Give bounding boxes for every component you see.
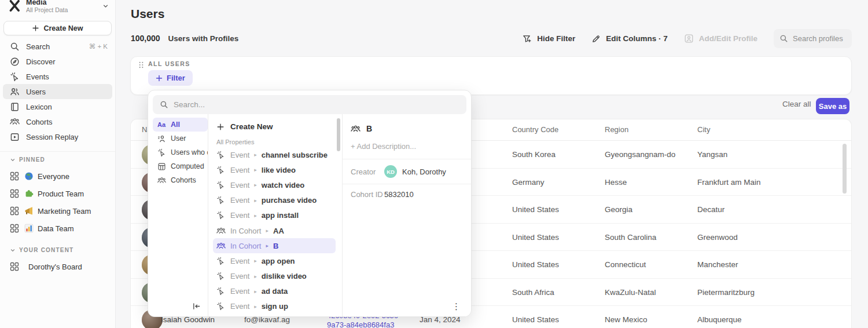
user-count: 100,000 <box>131 34 160 43</box>
sidebar-item-cohorts[interactable]: Cohorts <box>3 114 112 129</box>
sidebar-item-lexicon[interactable]: Lexicon <box>3 99 112 114</box>
cohort-icon <box>216 241 226 250</box>
add-edit-profile-button[interactable]: Add/Edit Profile <box>684 34 757 43</box>
category-all[interactable]: Aa All <box>153 118 208 132</box>
puzzle-emoji-icon <box>24 189 34 198</box>
hide-filter-label: Hide Filter <box>537 34 575 43</box>
category-user[interactable]: User <box>153 132 208 145</box>
sidebar-item-session-replay[interactable]: Session Replay <box>3 129 112 144</box>
cell-city: Decatur <box>697 205 724 214</box>
header-actions: Hide Filter Edit Columns · 7 Add/Edit Pr… <box>523 29 852 48</box>
search-icon <box>779 34 788 43</box>
drag-handle-icon[interactable] <box>138 61 145 69</box>
chevron-separator: ▸ <box>254 304 257 309</box>
board-icon <box>10 189 19 198</box>
project-subtitle: All Project Data <box>26 6 102 13</box>
cell-city: Greenwood <box>697 233 738 242</box>
sidebar-board-data-team[interactable]: Data Team <box>3 220 112 237</box>
your-content-section-header[interactable]: YOUR CONTENT <box>3 247 112 253</box>
cell-country: Germany <box>512 178 545 187</box>
project-switcher[interactable]: Media All Project Data <box>0 0 115 14</box>
category-cohorts[interactable]: Cohorts <box>153 173 208 187</box>
property-item-cohort-b[interactable]: In Cohort ▸ B <box>213 238 336 253</box>
event-cursor-icon <box>216 211 226 220</box>
edit-columns-button[interactable]: Edit Columns · 7 <box>591 34 668 43</box>
cell-country: South Korea <box>512 150 556 159</box>
sidebar-item-users[interactable]: Users <box>3 84 112 99</box>
create-new-label: Create New <box>230 122 273 131</box>
cell-region: South Carolina <box>605 233 656 242</box>
chevron-separator: ▸ <box>254 289 257 294</box>
plus-icon <box>32 24 39 32</box>
property-item-cohort-aa[interactable]: In Cohort ▸ AA <box>213 223 336 238</box>
page-title: Users <box>131 7 164 21</box>
property-item-watch-video[interactable]: Event ▸ watch video <box>213 177 336 192</box>
sidebar-board-dorothys-board[interactable]: Dorothy's Board <box>3 258 112 275</box>
item-name: purchase video <box>262 196 317 205</box>
add-description-button[interactable]: + Add Description... <box>343 139 471 159</box>
pinned-section-header[interactable]: PINNED <box>3 156 112 163</box>
chevron-down-icon <box>10 157 16 163</box>
search-profiles-input[interactable] <box>793 34 846 43</box>
column-header-country-code[interactable]: Country Code <box>512 125 558 134</box>
clear-all-button[interactable]: Clear all <box>782 100 811 108</box>
event-cursor-icon <box>216 196 226 205</box>
column-header-city[interactable]: City <box>697 125 710 134</box>
item-name: dislike video <box>262 272 307 280</box>
cohort-icon <box>10 117 20 127</box>
add-filter-button[interactable]: Filter <box>148 70 193 86</box>
cell-city: Pietermaritzburg <box>697 288 755 297</box>
item-prefix: Event <box>230 196 249 205</box>
add-filter-label: Filter <box>167 74 185 82</box>
sidebar-board-everyone[interactable]: Everyone <box>3 167 112 185</box>
sidebar-item-events[interactable]: Events <box>3 69 112 84</box>
cell-region: Connecticut <box>605 260 646 269</box>
creator-label: Creator <box>351 167 384 176</box>
property-item-app-install[interactable]: Event ▸ app install <box>213 208 336 223</box>
hide-filter-button[interactable]: Hide Filter <box>523 34 575 43</box>
property-item-app-open[interactable]: Event ▸ app open <box>213 253 336 268</box>
category-computed[interactable]: Computed <box>153 159 208 173</box>
property-item-purchase-video[interactable]: Event ▸ purchase video <box>213 193 336 208</box>
pinned-section: PINNED Everyone Product Team Marketing T… <box>3 156 112 237</box>
sidebar-item-search[interactable]: Search ⌘ + K <box>3 39 112 54</box>
more-options-icon[interactable]: ⋮ <box>450 301 463 312</box>
table-scrollbar[interactable] <box>843 144 847 194</box>
property-item-like-video[interactable]: Event ▸ like video <box>213 162 336 177</box>
dropdown-scrollbar[interactable] <box>337 118 340 151</box>
category-users-who-did[interactable]: Users who di... <box>153 145 208 159</box>
cohort-title: B <box>366 124 372 133</box>
property-list: Create New All Properties Event ▸ channe… <box>208 116 338 314</box>
users-icon <box>10 87 20 97</box>
event-cursor-icon <box>216 180 226 189</box>
column-header-region[interactable]: Region <box>605 125 628 134</box>
property-item-sign-up[interactable]: Event ▸ sign up <box>213 299 336 314</box>
cell-region: Gyeongsangnam-do <box>605 150 675 159</box>
sidebar-board-product-team[interactable]: Product Team <box>3 185 112 202</box>
count-row: 100,000 Users with Profiles <box>131 34 238 43</box>
filter-property-dropdown: Aa All User Users who di... Computed Coh… <box>148 90 472 317</box>
funnel-plus-icon <box>523 34 532 43</box>
cell-country: South Africa <box>512 288 554 297</box>
computed-grid-icon <box>157 162 166 171</box>
sidebar-board-marketing-team[interactable]: Marketing Team <box>3 202 112 220</box>
create-new-button[interactable]: Create New <box>3 21 112 35</box>
item-prefix: Event <box>230 181 249 189</box>
item-name: watch video <box>262 181 304 189</box>
category-label: Computed <box>171 162 204 170</box>
sidebar-item-discover[interactable]: Discover <box>3 54 112 69</box>
property-item-ad-data[interactable]: Event ▸ ad data <box>213 284 336 299</box>
edit-columns-label: Edit Columns · 7 <box>606 34 668 43</box>
property-item-dislike-video[interactable]: Event ▸ dislike video <box>213 269 336 284</box>
save-as-button[interactable]: Save as <box>816 98 849 114</box>
sidebar-item-label: Search <box>26 42 50 51</box>
item-name: like video <box>262 166 296 174</box>
megaphone-emoji-icon <box>24 206 34 216</box>
dropdown-search-input[interactable] <box>174 100 459 109</box>
dropdown-create-new-button[interactable]: Create New <box>213 119 336 134</box>
board-label: Marketing Team <box>38 207 91 216</box>
collapse-panel-icon[interactable] <box>192 300 204 312</box>
cell-city: Albuquerque <box>697 315 742 324</box>
property-item-channel-subscribe[interactable]: Event ▸ channel subscribe <box>213 147 336 162</box>
sidebar-item-label: Cohorts <box>26 118 53 126</box>
